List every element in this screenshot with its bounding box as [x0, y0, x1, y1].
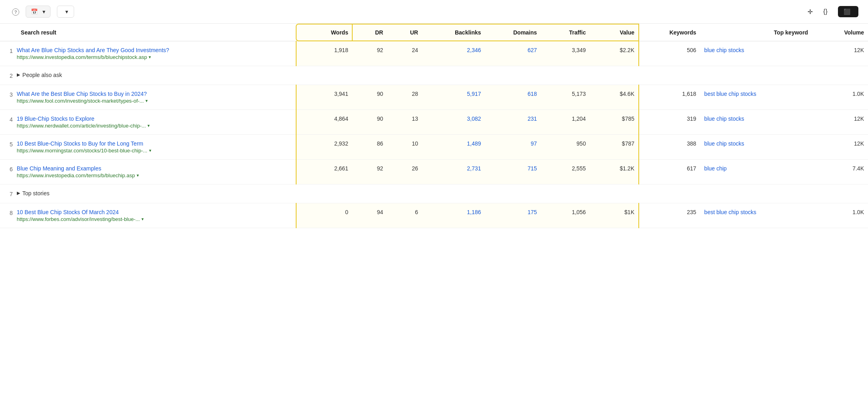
expandable-cell[interactable]: ▶ People also ask — [17, 66, 868, 85]
cell-backlinks[interactable]: 2,731 — [422, 159, 485, 184]
cell-top-keyword[interactable]: blue chip stocks — [700, 109, 812, 134]
col-dr: DR — [352, 24, 387, 41]
serp-table: Search result Words DR UR Backlinks Doma… — [0, 24, 868, 228]
cell-dr: 92 — [352, 159, 387, 184]
cell-volume: 7.4K — [812, 159, 868, 184]
col-volume: Volume — [812, 24, 868, 41]
result-title-link[interactable]: Blue Chip Meaning and Examples — [17, 165, 290, 172]
table-row: 4 19 Blue-Chip Stocks to Explore https:/… — [0, 109, 868, 134]
table-header-row: Search result Words DR UR Backlinks Doma… — [0, 24, 868, 41]
url-dropdown-icon[interactable]: ▾ — [141, 217, 144, 222]
cell-domains[interactable]: 175 — [485, 203, 541, 228]
cell-ur: 10 — [387, 134, 422, 159]
expand-label[interactable]: ▶ Top stories — [17, 190, 868, 196]
cell-backlinks[interactable]: 3,082 — [422, 109, 485, 134]
table-row: 1 What Are Blue Chip Stocks and Are They… — [0, 41, 868, 66]
export-button[interactable]: ⬛ — [838, 6, 858, 17]
expand-icon: ▶ — [17, 190, 20, 196]
cell-dr: 86 — [352, 134, 387, 159]
result-cell: Blue Chip Meaning and Examples https://w… — [17, 159, 297, 184]
cell-volume: 1.0K — [812, 85, 868, 109]
cell-domains[interactable]: 231 — [485, 109, 541, 134]
cell-keywords: 1,618 — [639, 85, 700, 109]
expand-label[interactable]: ▶ People also ask — [17, 72, 868, 78]
col-top-keyword: Top keyword — [700, 24, 812, 41]
expand-text: Top stories — [22, 190, 50, 196]
url-dropdown-icon[interactable]: ▾ — [149, 148, 151, 153]
expandable-cell[interactable]: ▶ Top stories — [17, 184, 868, 203]
result-title-link[interactable]: 19 Blue-Chip Stocks to Explore — [17, 115, 290, 122]
expand-icon: ▶ — [17, 72, 20, 77]
result-cell: 10 Best Blue-Chip Stocks to Buy for the … — [17, 134, 297, 159]
result-cell: What Are Blue Chip Stocks and Are They G… — [17, 41, 297, 66]
result-url: https://www.investopedia.com/terms/b/blu… — [17, 54, 290, 60]
result-url: https://www.morningstar.com/stocks/10-be… — [17, 148, 290, 154]
result-url: https://www.nerdwallet.com/article/inves… — [17, 123, 290, 129]
table-row: 3 What Are the Best Blue Chip Stocks to … — [0, 85, 868, 109]
help-icon[interactable]: ? — [12, 8, 19, 16]
cell-top-keyword[interactable]: blue chip stocks — [700, 134, 812, 159]
cell-value: $787 — [590, 134, 639, 159]
cell-keywords: 388 — [639, 134, 700, 159]
url-dropdown-icon[interactable]: ▾ — [145, 98, 148, 103]
cell-keywords: 506 — [639, 41, 700, 66]
cell-words: 1,918 — [296, 41, 352, 66]
cell-dr: 90 — [352, 85, 387, 109]
table-row: 7 ▶ Top stories — [0, 184, 868, 203]
cell-top-keyword[interactable]: best blue chip stocks — [700, 85, 812, 109]
chevron-down-icon: ▾ — [65, 8, 68, 15]
result-cell: What Are the Best Blue Chip Stocks to Bu… — [17, 85, 297, 109]
cell-top-keyword[interactable]: best blue chip stocks — [700, 203, 812, 228]
result-title-link[interactable]: 10 Best Blue Chip Stocks Of March 2024 — [17, 209, 290, 215]
cell-ur: 13 — [387, 109, 422, 134]
cell-backlinks[interactable]: 1,489 — [422, 134, 485, 159]
cell-ur: 6 — [387, 203, 422, 228]
cell-keywords: 617 — [639, 159, 700, 184]
cell-top-keyword[interactable]: blue chip stocks — [700, 41, 812, 66]
cell-volume: 1.0K — [812, 203, 868, 228]
result-cell: 10 Best Blue Chip Stocks Of March 2024 h… — [17, 203, 297, 228]
url-dropdown-icon[interactable]: ▾ — [149, 55, 151, 60]
col-words: Words — [296, 24, 352, 41]
date-picker[interactable]: 📅 ▾ — [26, 6, 50, 18]
row-num: 2 — [0, 66, 17, 85]
col-value: Value — [590, 24, 639, 41]
result-title-link[interactable]: What Are the Best Blue Chip Stocks to Bu… — [17, 91, 290, 97]
cell-value: $4.6K — [590, 85, 639, 109]
compare-with-button[interactable]: ▾ — [57, 6, 74, 18]
cell-domains[interactable]: 618 — [485, 85, 541, 109]
result-title-link[interactable]: 10 Best Blue-Chip Stocks to Buy for the … — [17, 140, 290, 147]
cell-backlinks[interactable]: 2,346 — [422, 41, 485, 66]
row-num: 3 — [0, 85, 17, 109]
api-button[interactable]: {} — [823, 8, 830, 15]
cell-domains[interactable]: 627 — [485, 41, 541, 66]
table-body: 1 What Are Blue Chip Stocks and Are They… — [0, 41, 868, 228]
page-header: ? 📅 ▾ ▾ ✛ {} ⬛ — [0, 0, 868, 24]
url-dropdown-icon[interactable]: ▾ — [147, 123, 150, 128]
cell-volume: 12K — [812, 41, 868, 66]
api-icon: {} — [823, 8, 828, 15]
cell-domains[interactable]: 715 — [485, 159, 541, 184]
url-dropdown-icon[interactable]: ▾ — [137, 173, 139, 178]
cell-traffic: 1,056 — [541, 203, 590, 228]
cell-ur: 28 — [387, 85, 422, 109]
table-row: 8 10 Best Blue Chip Stocks Of March 2024… — [0, 203, 868, 228]
cell-traffic: 2,555 — [541, 159, 590, 184]
cell-backlinks[interactable]: 5,917 — [422, 85, 485, 109]
cell-dr: 94 — [352, 203, 387, 228]
cell-words: 3,941 — [296, 85, 352, 109]
cell-value: $2.2K — [590, 41, 639, 66]
header-actions: ✛ {} ⬛ — [807, 6, 858, 17]
cell-traffic: 950 — [541, 134, 590, 159]
cell-top-keyword[interactable]: blue chip — [700, 159, 812, 184]
cell-keywords: 235 — [639, 203, 700, 228]
row-num: 6 — [0, 159, 17, 184]
cell-traffic: 3,349 — [541, 41, 590, 66]
identify-intents-button[interactable]: ✛ — [807, 8, 815, 16]
result-title-link[interactable]: What Are Blue Chip Stocks and Are They G… — [17, 47, 290, 53]
cell-backlinks[interactable]: 1,186 — [422, 203, 485, 228]
cell-domains[interactable]: 97 — [485, 134, 541, 159]
result-cell: 19 Blue-Chip Stocks to Explore https://w… — [17, 109, 297, 134]
table-row: 6 Blue Chip Meaning and Examples https:/… — [0, 159, 868, 184]
cell-dr: 92 — [352, 41, 387, 66]
